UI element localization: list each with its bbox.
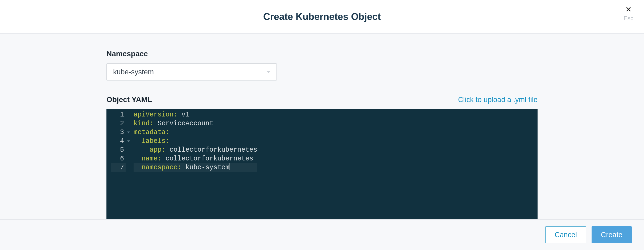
yaml-key: apiVersion: — [134, 111, 177, 119]
create-button[interactable]: Create — [592, 226, 632, 243]
close-esc-label: Esc — [624, 15, 633, 22]
fold-icon[interactable] — [127, 140, 130, 142]
code-line[interactable]: namespace: kube-system — [134, 163, 257, 172]
editor-cursor — [229, 163, 230, 170]
modal-title: Create Kubernetes Object — [263, 11, 381, 22]
yaml-value: collectorforkubernetes — [166, 146, 257, 154]
line-number: 4 — [111, 137, 126, 146]
yaml-value: kube-system — [181, 164, 229, 171]
chevron-down-icon — [266, 71, 271, 73]
line-number: 6 — [111, 154, 126, 163]
yaml-value: collectorforkubernetes — [162, 155, 253, 163]
modal-body: Namespace kube-system Object YAML Click … — [0, 34, 644, 219]
code-line[interactable]: apiVersion: v1 — [134, 110, 257, 119]
yaml-editor[interactable]: 1234567 apiVersion: v1kind: ServiceAccou… — [106, 109, 538, 219]
yaml-key: name: — [142, 155, 162, 163]
modal-header: Create Kubernetes Object ✕ Esc — [0, 0, 644, 34]
code-line[interactable]: labels: — [134, 137, 257, 146]
close-icon: ✕ — [625, 6, 631, 13]
yaml-key: namespace: — [142, 164, 181, 171]
code-line[interactable]: metadata: — [134, 128, 257, 137]
code-line[interactable]: kind: ServiceAccount — [134, 119, 257, 128]
editor-gutter: 1234567 — [106, 110, 126, 219]
code-line[interactable]: name: collectorforkubernetes — [134, 154, 257, 163]
modal-footer: Cancel Create — [0, 219, 644, 250]
line-number: 2 — [111, 119, 126, 128]
yaml-label: Object YAML — [106, 95, 152, 104]
code-line[interactable]: app: collectorforkubernetes — [134, 146, 257, 154]
line-number: 7 — [111, 163, 126, 172]
fold-icon[interactable] — [127, 131, 130, 133]
line-number: 3 — [111, 128, 126, 137]
line-number: 5 — [111, 146, 126, 154]
editor-code[interactable]: apiVersion: v1kind: ServiceAccountmetada… — [126, 110, 257, 219]
yaml-value: ServiceAccount — [154, 120, 213, 127]
yaml-key: metadata: — [134, 128, 170, 136]
cancel-button[interactable]: Cancel — [545, 226, 586, 243]
upload-yml-link[interactable]: Click to upload a .yml file — [458, 96, 538, 104]
yaml-value: v1 — [177, 111, 189, 119]
yaml-key: kind: — [134, 120, 154, 127]
close-button[interactable]: ✕ Esc — [624, 6, 633, 22]
namespace-label: Namespace — [106, 50, 538, 58]
yaml-key: labels: — [142, 137, 170, 145]
yaml-key: app: — [150, 146, 166, 154]
namespace-select-value: kube-system — [113, 68, 154, 76]
namespace-select[interactable]: kube-system — [106, 63, 277, 80]
line-number: 1 — [111, 110, 126, 119]
